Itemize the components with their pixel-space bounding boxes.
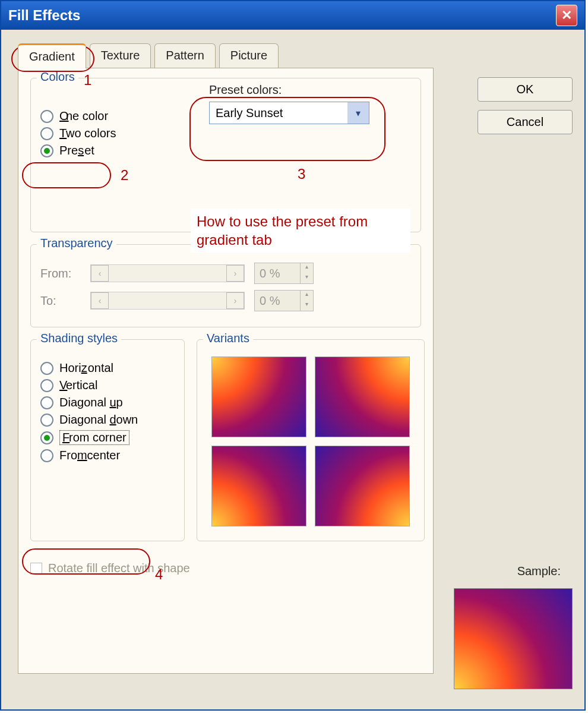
ok-button[interactable]: OK xyxy=(478,77,573,102)
radio-vertical[interactable]: Vertical xyxy=(40,378,175,392)
cancel-button[interactable]: Cancel xyxy=(478,110,573,134)
from-percent: 0 % ▴▾ xyxy=(254,263,314,284)
radio-diagonal-down[interactable]: Diagonal down xyxy=(40,413,175,427)
spinner-icon: ▴▾ xyxy=(300,263,313,283)
preset-colors-combo[interactable]: Early Sunset ▾ xyxy=(209,102,369,124)
preset-colors-area: Preset colors: Early Sunset ▾ xyxy=(209,83,405,124)
sample-preview xyxy=(454,588,573,689)
transparency-legend: Transparency xyxy=(37,236,116,250)
shading-legend: Shading styles xyxy=(37,332,121,345)
to-slider: ‹ › xyxy=(90,292,245,310)
radio-label: Vertical xyxy=(59,378,97,392)
tab-texture[interactable]: Texture xyxy=(90,43,151,68)
radio-two-colors[interactable]: Two colors xyxy=(40,127,411,140)
radio-icon xyxy=(40,379,53,392)
radio-diagonal-up[interactable]: Diagonal up xyxy=(40,396,175,409)
annotation-text: How to use the preset from gradient tab xyxy=(191,209,410,253)
tab-panel-gradient: Colors One color Two colors Preset xyxy=(18,68,434,674)
radio-from-corner[interactable]: From corner xyxy=(40,430,175,445)
radio-label: From center xyxy=(59,449,120,462)
variant-top-right[interactable] xyxy=(315,356,410,437)
radio-label: Preset xyxy=(59,144,94,157)
radio-label: Two colors xyxy=(59,127,116,140)
chevron-down-icon: ▾ xyxy=(347,102,369,124)
from-label: From: xyxy=(40,267,81,280)
radio-icon xyxy=(40,396,53,409)
shading-styles-group: Shading styles Horizontal Vertical Di xyxy=(30,339,185,541)
preset-colors-label: Preset colors: xyxy=(209,83,405,97)
tab-picture[interactable]: Picture xyxy=(219,43,279,68)
from-slider: ‹ › xyxy=(90,264,245,282)
radio-horizontal[interactable]: Horizontal xyxy=(40,361,175,375)
radio-label: Diagonal up xyxy=(59,396,123,409)
variant-bottom-left[interactable] xyxy=(211,446,306,526)
radio-icon xyxy=(40,362,53,375)
radio-icon xyxy=(40,414,53,427)
to-label: To: xyxy=(40,294,81,308)
radio-icon xyxy=(40,127,53,140)
slider-right-icon: › xyxy=(226,265,244,282)
variant-bottom-right[interactable] xyxy=(315,446,410,526)
rotate-checkbox xyxy=(30,563,42,575)
to-percent: 0 % ▴▾ xyxy=(254,290,314,311)
slider-left-icon: ‹ xyxy=(91,265,109,282)
rotate-label: Rotate fill effect with shape xyxy=(48,561,190,575)
radio-label: From corner xyxy=(59,430,129,445)
sample-label: Sample: xyxy=(517,564,561,578)
tab-pattern[interactable]: Pattern xyxy=(154,43,215,68)
slider-right-icon: › xyxy=(226,292,244,309)
preset-colors-value: Early Sunset xyxy=(210,106,347,120)
annotation-number-1: 1 xyxy=(84,72,91,89)
close-icon: ✕ xyxy=(561,8,572,23)
tab-gradient[interactable]: Gradient xyxy=(18,43,86,68)
annotation-number-2: 2 xyxy=(121,167,128,184)
variants-group: Variants xyxy=(197,339,425,541)
titlebar: Fill Effects ✕ xyxy=(1,1,584,30)
annotation-number-4: 4 xyxy=(155,566,163,583)
radio-icon xyxy=(40,110,53,123)
annotation-number-3: 3 xyxy=(298,166,305,182)
rotate-fill-row: Rotate fill effect with shape xyxy=(30,561,421,575)
variants-legend: Variants xyxy=(203,332,253,345)
radio-icon xyxy=(40,144,53,157)
radio-icon xyxy=(40,449,53,462)
radio-label: One color xyxy=(59,109,108,123)
radio-preset[interactable]: Preset xyxy=(40,144,411,157)
fill-effects-dialog: Fill Effects ✕ Gradient Texture Pattern … xyxy=(0,0,586,711)
variant-top-left[interactable] xyxy=(211,356,306,437)
spinner-icon: ▴▾ xyxy=(300,291,313,311)
radio-from-center[interactable]: From center xyxy=(40,449,175,462)
dialog-title: Fill Effects xyxy=(8,7,80,24)
radio-icon xyxy=(40,431,53,444)
tabs: Gradient Texture Pattern Picture xyxy=(18,43,574,68)
slider-left-icon: ‹ xyxy=(91,292,109,309)
radio-label: Horizontal xyxy=(59,361,113,375)
radio-label: Diagonal down xyxy=(59,413,138,427)
colors-legend: Colors xyxy=(37,70,78,84)
transparency-group: Transparency From: ‹ › 0 % ▴▾ To: xyxy=(30,244,421,327)
close-button[interactable]: ✕ xyxy=(556,5,577,26)
